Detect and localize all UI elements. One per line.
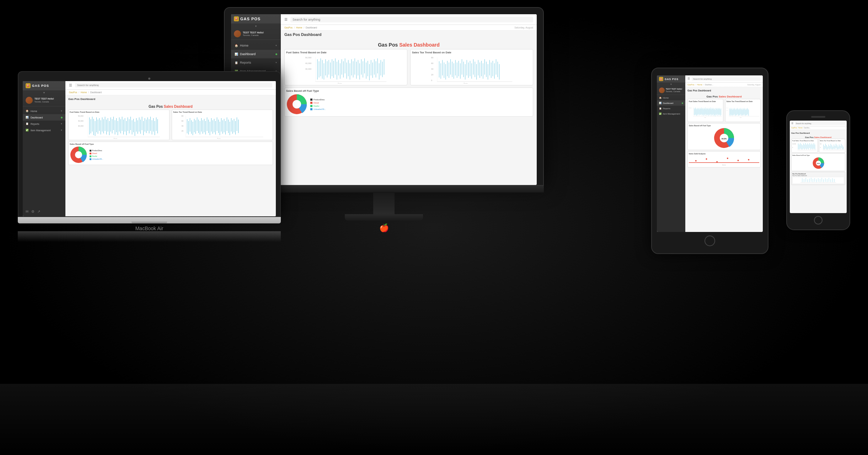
ipad-app-ui: ⛽ GAS POS ▼ TEST TEST Hello! Toronto, Ca… bbox=[657, 75, 763, 232]
macbook-sidebar-home[interactable]: 🏠 Home ▼ bbox=[23, 108, 65, 114]
macbook-search-input[interactable] bbox=[75, 83, 272, 88]
macbook-fuel-title: Fuel Sales Trend Based on Date bbox=[70, 111, 168, 113]
svg-text:Date: Date bbox=[217, 138, 221, 139]
ipad-search-input[interactable] bbox=[692, 77, 761, 81]
ipad-page-title-section: Gas Pos Dashboard bbox=[685, 87, 763, 93]
ipad-fuel-svg: 50,000 bbox=[689, 103, 722, 121]
ipad-sidebar-dashboard[interactable]: 📊Dashboard bbox=[657, 100, 685, 106]
svg-text:60: 60 bbox=[431, 62, 433, 64]
iphone-frame: ☰ GasPos / Home / Dashbo... Gas Pos Dash… bbox=[786, 110, 850, 230]
ipad-sidebar-home[interactable]: 🏠Home bbox=[657, 95, 685, 100]
svg-point-286 bbox=[738, 160, 739, 161]
iphone-dashboard-content: Gas Pos Sales Dashboard Fuel Sales Trend… bbox=[790, 135, 847, 186]
svg-text:40,000: 40,000 bbox=[78, 120, 84, 122]
svg-text:50,000: 50,000 bbox=[305, 57, 311, 59]
svg-text:Date: Date bbox=[704, 117, 706, 118]
ipad-sidebar-reports[interactable]: 📋Reports bbox=[657, 106, 685, 111]
iphone-pie-container: 94.9% bbox=[792, 156, 844, 170]
macbook-mail-icon[interactable]: ✉ bbox=[26, 210, 28, 213]
svg-text:20: 20 bbox=[431, 74, 433, 76]
iphone-home-button[interactable] bbox=[814, 216, 823, 224]
ipad-dashboard-content: Gas Pos Sales Dashboard Fuel Sales Trend… bbox=[685, 93, 763, 169]
imac-sales-tax-area: 80 60 40 20 0 bbox=[412, 55, 531, 84]
macbook-hamburger-icon[interactable]: ☰ bbox=[69, 83, 72, 87]
iphone-speaker bbox=[811, 116, 825, 118]
macbook-dashboard-content: Gas Pos Sales Dashboard Fuel Sales Trend… bbox=[65, 102, 276, 166]
imac-sales-tax-title: Sales Tax Trend Based on Date bbox=[412, 51, 531, 54]
ipad-home-link[interactable]: Home bbox=[697, 84, 702, 86]
macbook-sales-tax-chart: Sales Tax Trend Based on Date 80 60 40 2… bbox=[172, 110, 273, 140]
macbook-app-ui: ⛽ GAS POS ▼ TEST TEST Hello! Toronto, Ca… bbox=[23, 81, 276, 216]
imac-page-title-section: Gas Pos Dashboard bbox=[281, 31, 537, 38]
imac-sidebar-logo: ⛽ GAS POS bbox=[231, 14, 281, 23]
ipad-home-button[interactable] bbox=[704, 236, 715, 246]
ipad-hamburger-icon[interactable]: ☰ bbox=[687, 77, 690, 80]
iphone-nested-dashboard: Gas Pos Dashboard Gas Pos Sales Dashboar… bbox=[791, 172, 845, 185]
imac-hamburger-icon[interactable]: ☰ bbox=[284, 17, 288, 21]
ipad-tax-svg: 80 40 bbox=[727, 103, 760, 121]
ipad-breadcrumb-links: GasPos / Home / Dashbo... bbox=[687, 84, 713, 86]
iphone-gaspos-link[interactable]: GasPos bbox=[791, 127, 797, 129]
macbook-home-link[interactable]: Home bbox=[81, 91, 87, 94]
imac-active-dot bbox=[275, 53, 277, 55]
macbook-sidebar-user: TEST TEST Hello! Toronto, Canada bbox=[23, 95, 65, 106]
ipad-dashboard-title: Gas Pos Sales Dashboard bbox=[687, 94, 761, 99]
svg-text:30,000: 30,000 bbox=[78, 125, 84, 127]
iphone-hamburger-icon[interactable]: ☰ bbox=[791, 122, 793, 125]
imac-sidebar-item-dashboard[interactable]: 📊 Dashboard bbox=[231, 50, 281, 58]
imac-sidebar-item-home[interactable]: 🏠 Home ▼ bbox=[231, 41, 281, 50]
macbook-reflection bbox=[18, 231, 281, 242]
svg-text:0: 0 bbox=[431, 79, 432, 81]
macbook-settings-icon[interactable]: ⚙ bbox=[31, 210, 34, 213]
imac-fuel-sales-svg: 50,000 40,000 30,000 bbox=[286, 55, 406, 84]
ipad-gaspos-link[interactable]: GasPos bbox=[687, 84, 695, 86]
ipad-main-content: ☰ GasPos / Home / Dashbo... Saturday, Au… bbox=[685, 75, 763, 232]
iphone-charts-row: Fuel Sales Trend Based on Date 50,000 0 bbox=[791, 139, 845, 153]
svg-text:Date: Date bbox=[464, 83, 468, 84]
iphone-screen: ☰ GasPos / Home / Dashbo... Gas Pos Dash… bbox=[790, 121, 847, 213]
macbook-fuel-type-title: Sales Based off Fuel Type bbox=[70, 143, 272, 145]
macbook-fuel-svg: 50,000 40,000 30,000 bbox=[70, 114, 168, 139]
macbook-sidebar-items[interactable]: ✅ Item Management ▼ bbox=[23, 127, 65, 133]
ipad-items-svg: Items bbox=[689, 155, 759, 166]
macbook-gaspos-link[interactable]: GasPos bbox=[69, 91, 77, 94]
ipad-logo-icon: ⛽ bbox=[659, 77, 663, 81]
svg-text:Items: Items bbox=[722, 164, 726, 166]
iphone-home-link[interactable]: Home bbox=[798, 127, 803, 129]
iphone-topbar: ☰ bbox=[790, 121, 847, 126]
macbook-share-icon[interactable]: ↗ bbox=[37, 210, 40, 213]
ipad-sidebar: ⛽ GAS POS ▼ TEST TEST Hello! Toronto, Ca… bbox=[657, 75, 685, 232]
macbook-username: TEST TEST Hello! Toronto, Canada bbox=[34, 97, 54, 103]
ipad-tax-area: 80 40 bbox=[727, 103, 760, 121]
ipad-screen: ⛽ GAS POS ▼ TEST TEST Hello! Toronto, Ca… bbox=[657, 75, 763, 232]
macbook-sidebar-dashboard[interactable]: 📊 Dashboard bbox=[23, 114, 65, 121]
imac-logo-icon: ⛽ bbox=[234, 16, 239, 21]
svg-text:80: 80 bbox=[431, 57, 433, 59]
ipad-pie-container: 94.9% bbox=[689, 127, 759, 149]
ipad-pie-svg: 94.9% bbox=[713, 127, 735, 149]
imac-breadcrumb-gaspos[interactable]: GasPos bbox=[284, 26, 293, 29]
imac-breadcrumb-home[interactable]: Home bbox=[296, 26, 302, 29]
svg-text:40: 40 bbox=[182, 125, 184, 127]
macbook-dashboard-link: Dashboard bbox=[90, 91, 102, 94]
imac-search-input[interactable] bbox=[290, 17, 533, 22]
macbook-menu: 🏠 Home ▼ 📊 Dashboard 📋 Reports ▼ bbox=[23, 106, 65, 135]
macbook-sidebar-reports[interactable]: 📋 Reports ▼ bbox=[23, 121, 65, 127]
svg-text:40,000: 40,000 bbox=[305, 62, 311, 64]
svg-text:94.9%: 94.9% bbox=[722, 138, 727, 140]
svg-text:Date: Date bbox=[338, 83, 342, 84]
iphone-nested-chart bbox=[792, 177, 844, 184]
ipad-fuel-type-section: Sales Based off Fuel Type 94.9% bbox=[687, 123, 761, 150]
macbook-dashboard-title: Gas Pos Sales Dashboard bbox=[68, 104, 273, 110]
macbook-fuel-type-content: ProductDesc Diesel Reefer bbox=[70, 146, 272, 164]
svg-point-287 bbox=[748, 159, 749, 160]
svg-text:20: 20 bbox=[182, 130, 184, 132]
macbook-logo-icon: ⛽ bbox=[26, 83, 31, 88]
imac-sidebar-item-reports[interactable]: 📋 Reports ▼ bbox=[231, 58, 281, 67]
macbook-logo: ⛽ GAS POS bbox=[23, 81, 65, 90]
iphone-search-input[interactable] bbox=[795, 122, 845, 125]
iphone-app-ui: ☰ GasPos / Home / Dashbo... Gas Pos Dash… bbox=[790, 121, 847, 213]
iphone-pie-svg: 94.9% bbox=[812, 157, 825, 169]
macbook-sidebar-footer: ✉ ⚙ ↗ bbox=[23, 210, 43, 213]
ipad-sidebar-items[interactable]: ✅Item Management bbox=[657, 111, 685, 116]
